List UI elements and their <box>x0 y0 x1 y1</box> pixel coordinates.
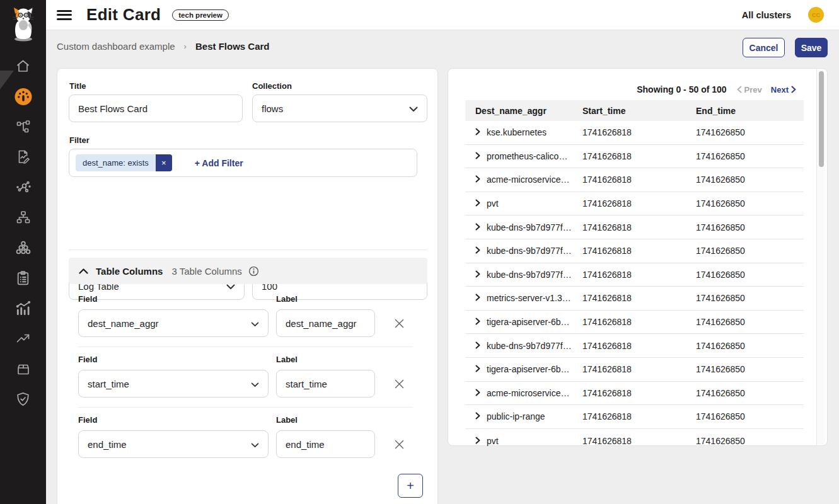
table-row[interactable]: tigera-apiserver-6b…17416268181741626850 <box>465 358 804 382</box>
field-select[interactable]: end_time <box>78 430 269 458</box>
field-select[interactable]: start_time <box>78 370 269 398</box>
sidebar-item-dashboards[interactable] <box>14 89 32 104</box>
scrollbar-track[interactable] <box>816 69 825 445</box>
filter-chip-remove-icon[interactable]: × <box>156 154 172 171</box>
label-input[interactable]: dest_name_aggr <box>276 309 375 337</box>
table-row[interactable]: pvt17416268181741626850 <box>465 429 804 453</box>
table-row[interactable]: pvt17416268181741626850 <box>465 192 804 216</box>
table-row[interactable]: public-ip-range17416268181741626850 <box>465 405 804 429</box>
sidebar-item-network-sets[interactable] <box>14 180 32 195</box>
add-filter-button[interactable]: + Add Filter <box>195 158 243 168</box>
remove-column-icon[interactable] <box>391 315 407 331</box>
expand-row-icon[interactable] <box>475 127 480 137</box>
expand-row-icon[interactable] <box>475 246 480 256</box>
hamburger-menu-icon[interactable] <box>57 10 72 20</box>
remove-column-icon[interactable] <box>391 375 407 392</box>
label-label: Label <box>276 294 298 304</box>
divider <box>78 346 413 347</box>
sidebar-item-policies-tree[interactable] <box>14 210 32 225</box>
cancel-button[interactable]: Cancel <box>743 38 785 57</box>
table-row[interactable]: kube-dns-9b7d977f…17416268181741626850 <box>465 239 804 263</box>
next-page-button[interactable]: Next <box>771 85 796 94</box>
expand-row-icon[interactable] <box>475 364 480 374</box>
cell-dest-name: prometheus-calico… <box>487 151 567 161</box>
cell-dest-name: kube-dns-9b7d977f… <box>487 246 572 256</box>
expand-row-icon[interactable] <box>475 222 480 232</box>
cluster-selector[interactable]: All clusters <box>742 10 791 20</box>
cell-dest-name: pvt <box>487 436 499 446</box>
expand-row-icon[interactable] <box>475 436 480 446</box>
sidebar-item-security[interactable] <box>14 391 32 406</box>
chart-bars-icon <box>15 300 32 316</box>
table-row[interactable]: acme-microservice…17416268181741626850 <box>465 168 804 192</box>
scrollbar-thumb[interactable] <box>819 71 824 167</box>
cell-start-time: 1741626818 <box>579 198 691 209</box>
label-input[interactable]: end_time <box>276 430 375 458</box>
cell-dest-name: kube-dns-9b7d977f… <box>487 270 572 280</box>
cell-start-time: 1741626818 <box>579 222 691 232</box>
table-row[interactable]: kube-dns-9b7d977f…17416268181741626850 <box>465 334 804 358</box>
cell-dest-name: metrics-server-v1.3… <box>487 293 571 303</box>
sidebar-item-packages[interactable] <box>14 361 32 376</box>
molecule-icon <box>15 180 32 195</box>
table-columns-accordion[interactable]: Table Columns 3 Table Columns <box>69 258 427 284</box>
cell-end-time: 1741626850 <box>691 198 804 209</box>
expand-row-icon[interactable] <box>475 198 480 209</box>
table-row[interactable]: metrics-server-v1.3…17416268181741626850 <box>465 287 804 311</box>
calico-cat-logo[interactable] <box>9 5 38 44</box>
collection-select[interactable]: flows <box>252 94 427 122</box>
table-header-row: Dest_name_aggr Start_time End_time <box>465 100 804 121</box>
field-label: Field <box>78 294 97 304</box>
info-icon[interactable] <box>248 266 259 277</box>
expand-row-icon[interactable] <box>475 411 480 421</box>
table-row[interactable]: kse.kubernetes17416268181741626850 <box>465 121 804 145</box>
cell-dest-name: tigera-apiserver-6b… <box>487 364 570 374</box>
sidebar-item-home[interactable] <box>14 59 32 74</box>
preview-table: Dest_name_aggr Start_time End_time kse.k… <box>465 100 804 452</box>
field-select[interactable]: dest_name_aggr <box>78 309 269 337</box>
expand-row-icon[interactable] <box>475 341 480 351</box>
remove-column-icon[interactable] <box>391 436 407 452</box>
cell-end-time: 1741626850 <box>691 175 804 185</box>
prev-page-button[interactable]: Prev <box>737 85 762 94</box>
filter-box[interactable]: dest_name: exists × + Add Filter <box>69 149 417 177</box>
expand-row-icon[interactable] <box>475 151 480 161</box>
sidebar-wedge <box>0 71 14 89</box>
table-row[interactable]: kube-dns-9b7d977f…17416268181741626850 <box>465 263 804 287</box>
topology-icon <box>15 119 32 134</box>
cell-dest-name: kse.kubernetes <box>487 127 547 137</box>
cell-end-time: 1741626850 <box>691 364 804 374</box>
expand-row-icon[interactable] <box>475 270 480 280</box>
breadcrumb-current: Best Flows Card <box>195 41 270 52</box>
table-row[interactable]: kube-dns-9b7d977f…17416268181741626850 <box>465 215 804 239</box>
sidebar-item-compliance-reports[interactable] <box>14 270 32 285</box>
dashboard-icon <box>14 88 32 106</box>
cell-end-time: 1741626850 <box>691 222 804 232</box>
column-header: Start_time <box>579 106 691 116</box>
expand-row-icon[interactable] <box>475 293 480 303</box>
breadcrumb-parent[interactable]: Custom dashboard example <box>57 41 175 52</box>
table-row[interactable]: acme-microservice…17416268181741626850 <box>465 382 804 406</box>
sidebar-item-clusters[interactable] <box>14 240 32 255</box>
avatar[interactable]: CC <box>808 7 824 23</box>
expand-row-icon[interactable] <box>475 175 480 185</box>
cell-end-time: 1741626850 <box>691 436 804 446</box>
chevron-down-icon <box>251 379 259 389</box>
add-column-button[interactable]: + <box>398 474 423 498</box>
sidebar-item-analytics[interactable] <box>14 301 32 316</box>
table-row[interactable]: prometheus-calico…17416268181741626850 <box>465 145 804 169</box>
title-input[interactable]: Best Flows Card <box>69 94 243 122</box>
table-row[interactable]: tigera-apiserver-6b…17416268181741626850 <box>465 311 804 335</box>
label-input[interactable]: start_time <box>276 370 375 398</box>
cell-start-time: 1741626818 <box>579 127 691 137</box>
sidebar-item-threat-feeds[interactable] <box>14 331 32 346</box>
field-label: Field <box>78 355 97 364</box>
divider <box>69 249 427 250</box>
page-title: Edit Card <box>86 5 161 25</box>
cell-end-time: 1741626850 <box>691 270 804 280</box>
expand-row-icon[interactable] <box>475 317 480 327</box>
expand-row-icon[interactable] <box>475 388 480 398</box>
sidebar-item-service-graph[interactable] <box>14 119 32 134</box>
save-button[interactable]: Save <box>795 38 828 57</box>
sidebar-item-logs-report[interactable] <box>14 149 32 164</box>
